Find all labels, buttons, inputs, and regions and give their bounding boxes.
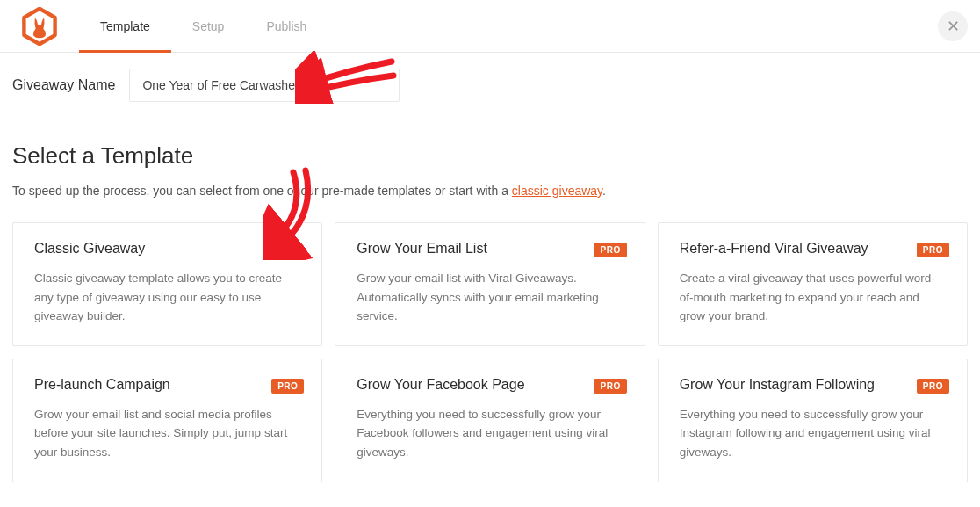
card-desc: Create a viral giveaway that uses powerf… — [680, 269, 946, 326]
card-title: Grow Your Instagram Following — [680, 377, 946, 393]
close-icon: ✕ — [947, 17, 960, 36]
card-grow-email-list[interactable]: PRO Grow Your Email List Grow your email… — [335, 222, 645, 346]
pro-badge: PRO — [917, 379, 949, 394]
card-refer-friend[interactable]: PRO Refer-a-Friend Viral Giveaway Create… — [658, 222, 968, 346]
section-subtitle: To speed up the process, you can select … — [12, 184, 968, 198]
tab-template[interactable]: Template — [79, 0, 171, 52]
tab-label: Template — [100, 19, 150, 33]
pro-badge: PRO — [271, 379, 304, 394]
card-desc: Grow your email list and social media pr… — [34, 405, 300, 462]
template-grid: Classic Giveaway Classic giveaway templa… — [12, 222, 968, 482]
card-title: Grow Your Facebook Page — [357, 377, 623, 393]
card-desc: Everything you need to successfully grow… — [680, 405, 946, 462]
card-title: Refer-a-Friend Viral Giveaway — [680, 241, 946, 257]
rabbit-logo-icon — [20, 7, 59, 46]
card-desc: Grow your email list with Viral Giveaway… — [357, 269, 623, 326]
card-instagram[interactable]: PRO Grow Your Instagram Following Everyt… — [658, 359, 968, 482]
tab-label: Setup — [192, 19, 225, 33]
tab-setup[interactable]: Setup — [171, 0, 246, 52]
tab-label: Publish — [266, 19, 306, 33]
tab-publish[interactable]: Publish — [245, 0, 328, 52]
pro-badge: PRO — [594, 243, 626, 257]
subtitle-text: To speed up the process, you can select … — [12, 184, 512, 198]
subtitle-suffix: . — [602, 184, 606, 198]
card-title: Grow Your Email List — [357, 241, 623, 257]
card-title: Pre-launch Campaign — [34, 377, 300, 393]
tabs: Template Setup Publish — [79, 0, 328, 52]
giveaway-name-row: Giveaway Name — [0, 53, 980, 118]
giveaway-name-input[interactable] — [129, 69, 400, 102]
pro-badge: PRO — [594, 379, 626, 394]
classic-giveaway-link[interactable]: classic giveaway — [512, 184, 602, 198]
section-title: Select a Template — [12, 142, 968, 170]
card-desc: Everything you need to successfully grow… — [357, 405, 623, 462]
card-title: Classic Giveaway — [34, 241, 300, 257]
main-content: Select a Template To speed up the proces… — [0, 118, 980, 482]
card-prelaunch[interactable]: PRO Pre-launch Campaign Grow your email … — [12, 359, 322, 482]
card-classic-giveaway[interactable]: Classic Giveaway Classic giveaway templa… — [12, 222, 322, 346]
top-bar: Template Setup Publish ✕ — [0, 0, 980, 53]
giveaway-name-label: Giveaway Name — [12, 77, 115, 93]
close-button[interactable]: ✕ — [938, 11, 968, 41]
card-desc: Classic giveaway template allows you to … — [34, 269, 300, 326]
card-facebook[interactable]: PRO Grow Your Facebook Page Everything y… — [335, 359, 645, 482]
pro-badge: PRO — [917, 243, 949, 257]
app-logo — [0, 7, 79, 46]
